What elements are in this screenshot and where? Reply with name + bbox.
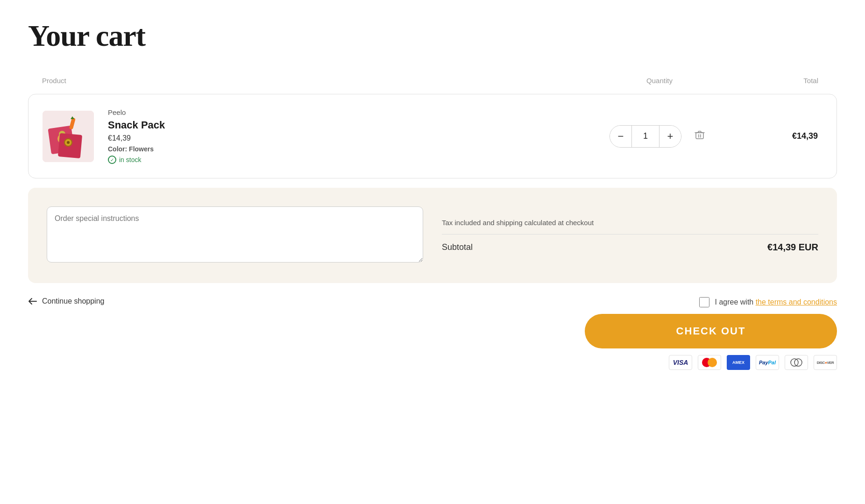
continue-shopping-button[interactable]: Continue shopping bbox=[28, 297, 104, 305]
col-total: Total bbox=[730, 77, 823, 85]
quantity-increase-button[interactable]: + bbox=[659, 126, 681, 147]
product-image bbox=[43, 111, 94, 162]
quantity-input[interactable] bbox=[631, 126, 659, 147]
footer-section: Continue shopping I agree with the terms… bbox=[28, 297, 837, 370]
terms-link[interactable]: the terms and conditions bbox=[756, 298, 837, 306]
svg-rect-9 bbox=[696, 133, 703, 139]
mastercard-payment-icon bbox=[698, 355, 721, 370]
special-instructions-input[interactable] bbox=[47, 206, 423, 263]
svg-point-8 bbox=[67, 141, 70, 144]
terms-row: I agree with the terms and conditions bbox=[699, 297, 837, 307]
amex-payment-icon: AMEX bbox=[727, 355, 750, 370]
subtotal-label: Subtotal bbox=[442, 242, 473, 252]
col-product: Product bbox=[42, 77, 589, 85]
quantity-wrapper: − + bbox=[610, 125, 681, 148]
paypal-payment-icon: PayPal bbox=[756, 355, 779, 370]
quantity-section: − + bbox=[589, 125, 729, 148]
cart-item: Peelo Snack Pack €14,39 Color: Flowers ✓… bbox=[28, 94, 837, 178]
col-quantity: Quantity bbox=[589, 77, 730, 85]
terms-checkbox[interactable] bbox=[699, 297, 709, 307]
quantity-decrease-button[interactable]: − bbox=[610, 126, 631, 147]
visa-payment-icon: VISA bbox=[669, 355, 692, 370]
order-summary: Tax included and shipping calculated at … bbox=[442, 206, 818, 264]
trash-icon bbox=[695, 130, 705, 140]
checkout-section: I agree with the terms and conditions CH… bbox=[585, 297, 837, 370]
in-stock-icon: ✓ bbox=[108, 156, 116, 164]
delete-item-button[interactable] bbox=[691, 126, 709, 146]
terms-text: I agree with the terms and conditions bbox=[715, 298, 837, 306]
instructions-section bbox=[47, 206, 423, 264]
cart-item-left: Peelo Snack Pack €14,39 Color: Flowers ✓… bbox=[43, 108, 589, 164]
in-stock-badge: ✓ in stock bbox=[108, 156, 165, 164]
diners-payment-icon bbox=[785, 355, 808, 370]
arrow-left-icon bbox=[28, 298, 37, 305]
subtotal-row: Subtotal €14,39 EUR bbox=[442, 242, 818, 253]
product-brand: Peelo bbox=[108, 108, 165, 116]
bottom-section: Tax included and shipping calculated at … bbox=[28, 188, 837, 283]
product-price: €14,39 bbox=[108, 134, 165, 142]
product-color: Color: Flowers bbox=[108, 145, 165, 153]
product-name: Snack Pack bbox=[108, 119, 165, 131]
subtotal-value: €14,39 EUR bbox=[767, 242, 818, 253]
product-info: Peelo Snack Pack €14,39 Color: Flowers ✓… bbox=[108, 108, 165, 164]
table-header: Product Quantity Total bbox=[28, 72, 837, 89]
discover-payment-icon: DISC●VER bbox=[814, 355, 837, 370]
payment-icons: VISA AMEX PayPal DISC●VER bbox=[669, 355, 837, 370]
page-title: Your cart bbox=[28, 19, 837, 53]
item-total: €14,39 bbox=[729, 131, 822, 141]
checkout-button[interactable]: CHECK OUT bbox=[585, 314, 837, 348]
tax-note: Tax included and shipping calculated at … bbox=[442, 219, 818, 227]
summary-divider bbox=[442, 234, 818, 234]
